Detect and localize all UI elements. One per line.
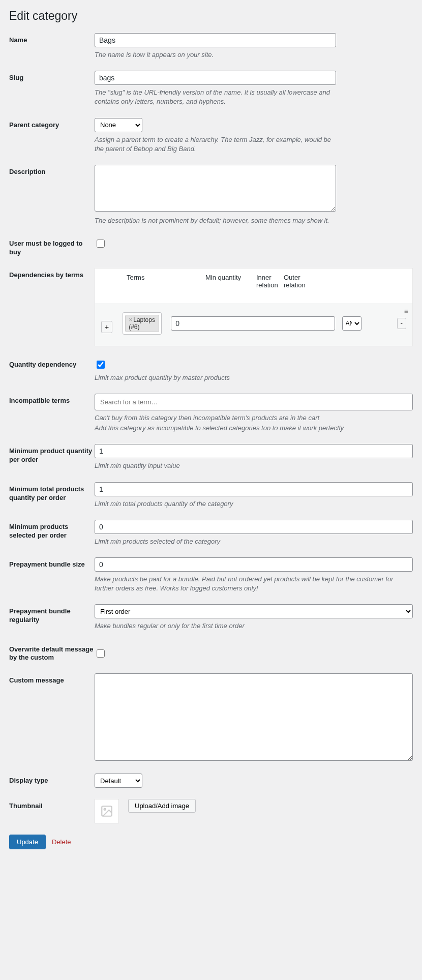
dep-header-outer: Outer relation	[282, 274, 308, 289]
drag-handle-icon[interactable]: ≡	[404, 307, 408, 315]
dep-min-qty-input[interactable]	[171, 316, 335, 331]
delete-link[interactable]: Delete	[52, 838, 71, 846]
thumbnail-preview	[95, 799, 119, 823]
name-desc: The name is how it appears on your site.	[95, 50, 336, 60]
incompat-search-input[interactable]: Search for a term…	[95, 394, 413, 410]
slug-input[interactable]	[95, 71, 336, 85]
page-title: Edit category	[9, 9, 413, 23]
prepay-size-label: Prepayment bundle size	[9, 557, 95, 569]
quantity-dep-checkbox[interactable]	[97, 361, 105, 369]
prepay-reg-select[interactable]: First order	[95, 604, 413, 618]
min-selected-label: Minimum products selected per order	[9, 520, 95, 540]
min-selected-desc: Limit min products selected of the categ…	[95, 537, 336, 546]
min-prod-qty-input[interactable]	[95, 444, 413, 458]
parent-label: Parent category	[9, 118, 95, 130]
logged-buy-checkbox[interactable]	[97, 240, 105, 248]
quantity-dep-label: Quantity dependency	[9, 358, 95, 369]
quantity-dep-desc: Limit max product quantity by master pro…	[95, 373, 336, 382]
slug-label: Slug	[9, 71, 95, 82]
parent-select[interactable]: None	[95, 118, 142, 132]
dep-row: ≡ + ×Laptops (#6) AND -	[95, 303, 412, 346]
incompat-label: Incompatible terms	[9, 394, 95, 405]
prepay-reg-label: Prepayment bundle regularity	[9, 604, 95, 625]
incompat-desc1: Can't buy from this category then incomp…	[95, 413, 413, 423]
name-input[interactable]	[95, 33, 336, 47]
dependencies-label: Dependencies by terms	[9, 268, 95, 280]
description-textarea[interactable]	[95, 165, 336, 212]
description-label: Description	[9, 165, 95, 176]
display-type-label: Display type	[9, 774, 95, 785]
dependencies-table: Terms Min quantity Inner relation Outer …	[95, 268, 413, 346]
min-total-qty-desc: Limit min total products quantity of the…	[95, 499, 336, 509]
dep-header-minq: Min quantity	[203, 274, 254, 289]
dep-inner-select[interactable]: AND	[342, 316, 361, 331]
overwrite-msg-label: Overwrite default message by the custom	[9, 642, 95, 663]
slug-desc: The "slug" is the URL-friendly version o…	[95, 88, 336, 106]
prepay-reg-desc: Make bundles regular or only for the fir…	[95, 621, 336, 631]
min-total-qty-label: Minimum total products quantity per orde…	[9, 482, 95, 502]
image-placeholder-icon	[100, 805, 113, 818]
min-prod-qty-label: Minimum product quantity per order	[9, 444, 95, 464]
prepay-size-input[interactable]	[95, 557, 413, 572]
display-type-select[interactable]: Default	[95, 774, 142, 788]
name-label: Name	[9, 33, 95, 45]
min-total-qty-input[interactable]	[95, 482, 413, 496]
thumbnail-label: Thumbnail	[9, 799, 95, 811]
dep-header-terms: Terms	[125, 274, 203, 289]
term-tag: ×Laptops (#6)	[125, 315, 159, 332]
custom-msg-label: Custom message	[9, 673, 95, 685]
logged-buy-label: User must be logged to buy	[9, 236, 95, 257]
remove-tag-icon[interactable]: ×	[129, 316, 132, 323]
overwrite-msg-checkbox[interactable]	[97, 649, 105, 658]
min-selected-input[interactable]	[95, 520, 413, 534]
upload-image-button[interactable]: Upload/Add image	[128, 799, 196, 813]
incompat-desc2: Add this category as incompatible to sel…	[95, 424, 413, 433]
custom-msg-textarea[interactable]	[95, 673, 413, 761]
description-desc: The description is not prominent by defa…	[95, 216, 336, 225]
remove-dependency-button[interactable]: -	[397, 318, 406, 329]
prepay-size-desc: Make products be paid for a bundle. Paid…	[95, 575, 413, 593]
update-button[interactable]: Update	[9, 835, 46, 849]
dep-header-inner: Inner relation	[254, 274, 282, 289]
add-dependency-button[interactable]: +	[101, 321, 112, 333]
svg-point-1	[104, 809, 106, 810]
min-prod-qty-desc: Limit min quantity input value	[95, 461, 336, 470]
parent-desc: Assign a parent term to create a hierarc…	[95, 135, 336, 154]
dep-terms-input[interactable]: ×Laptops (#6)	[123, 312, 162, 335]
